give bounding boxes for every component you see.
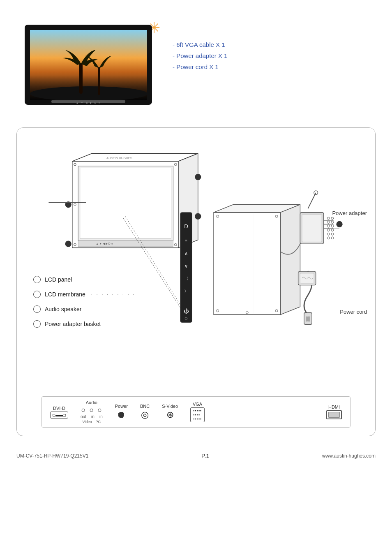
label-lcd-membrane: LCD membrane · · · · · · · · · [33,291,136,298]
svg-text:∨: ∨ [184,264,188,268]
power-symbol: ⏺ [117,409,126,420]
svg-point-40 [314,191,318,195]
svg-point-50 [327,225,330,227]
connector-vga: VGA ▪▪▪▪▪▪▪▪▪▪▪▪▪▪ [190,402,205,422]
pc-label: PC [96,420,101,424]
svg-text:≡: ≡ [185,238,187,243]
svg-rect-62 [309,317,310,321]
page-number: P.1 [201,453,209,459]
connector-power: Power ⏺ [115,404,128,420]
connector-bar-container: DVI-D ⊏▬▬⊐ Audio ○ out ○ - in [25,396,367,428]
top-section: ✳ [0,0,392,119]
svg-text:〈: 〈 [184,276,189,281]
monitor-outer: ▲ ▼ ◀ ▶ D ● [25,25,152,105]
svg-point-53 [331,229,334,231]
svg-point-48 [327,221,330,224]
svideo-symbol: ⊛ [166,409,174,420]
diagram-section: ▲ ▼ ◀ ▶ D ● AUSTIN HUGHES D ≡ ∧ ∨ [16,127,376,436]
svg-text:AUSTIN HUGHES: AUSTIN HUGHES [106,156,132,160]
svg-text:▲ ▼ ◀ ▶ D ●: ▲ ▼ ◀ ▶ D ● [96,242,113,245]
connector-svideo: S-Video ⊛ [162,404,178,420]
svg-rect-2 [98,67,100,95]
svg-marker-4 [72,153,198,161]
circle-power-basket [33,320,41,328]
svg-point-47 [331,217,334,220]
page-footer: UM-CV-751-RP-HW719-Q215V1 P.1 www.austin… [0,444,392,463]
svg-rect-12 [78,241,173,247]
svg-point-58 [336,221,342,227]
label-power-basket-text: Power adapter basket [45,321,101,327]
svg-point-16 [195,174,201,180]
svg-rect-7 [80,168,171,239]
svg-point-0 [30,86,147,100]
svg-point-19 [65,241,71,247]
hdmi-label: HDMI [328,405,340,409]
audio-video-sublabel: - in [89,414,95,419]
connector-hdmi: HDMI [326,405,342,419]
audio-pc-symbol: ○ [97,406,102,414]
video-label: Video [83,420,92,424]
accessory-vga: - 6ft VGA cable X 1 [173,41,227,48]
svg-point-51 [331,225,334,227]
accessory-adapter: - Power adapter X 1 [173,52,227,59]
svg-text:〉: 〉 [184,289,189,294]
label-lcd-panel-text: LCD panel [45,276,72,283]
power-cord-label: Power cord [340,309,367,315]
label-list: LCD panel LCD membrane · · · · · · · · ·… [33,276,136,328]
technical-diagram: ▲ ▼ ◀ ▶ D ● AUSTIN HUGHES D ≡ ∧ ∨ [25,136,367,391]
connector-bnc: BNC ◎ [140,404,150,420]
svg-rect-42 [302,214,322,242]
audio-video-group: ○ - in [89,406,95,419]
membrane-dots: · · · · · · · · · [91,291,136,297]
bnc-label: BNC [140,404,150,409]
audio-pc-sublabel: - in [97,414,103,419]
power-label: Power [115,404,128,409]
svg-point-49 [331,221,334,224]
power-adapter-label: Power adapter [332,210,367,216]
monitor-image: ✳ [25,25,156,111]
audio-video-symbol: ○ [89,406,94,414]
circle-lcd-membrane [33,291,41,298]
label-audio-speaker: Audio speaker [33,305,136,313]
svg-marker-32 [281,205,300,315]
label-power-basket: Power adapter basket [33,320,136,328]
monitor-screen [30,30,147,100]
website: www.austin-hughes.com [322,453,376,459]
vga-label: VGA [193,402,202,407]
svg-point-54 [327,233,330,235]
svg-rect-60 [304,313,312,325]
svg-point-52 [327,229,330,231]
model-number: UM-CV-751-RP-HW719-Q215V1 [16,453,88,459]
dvi-d-symbol: ⊏▬▬⊐ [50,412,68,419]
accessory-cord: - Power cord X 1 [173,63,227,70]
audio-label: Audio [86,400,97,405]
svg-text:⏻: ⏻ [184,308,189,314]
hdmi-symbol [326,410,342,419]
vga-symbol: ▪▪▪▪▪▪▪▪▪▪▪▪▪▪ [190,407,205,422]
svg-rect-1 [79,63,83,94]
connector-dvi-d: DVI-D ⊏▬▬⊐ [50,406,68,419]
svg-point-56 [327,237,330,239]
svideo-label: S-Video [162,404,178,409]
svg-point-57 [331,237,334,239]
svg-line-39 [308,193,316,208]
dvi-d-label: DVI-D [53,406,65,411]
audio-out-sublabel: out [81,414,86,419]
label-lcd-panel: LCD panel [33,276,136,283]
accessories-list: - 6ft VGA cable X 1 - Power adapter X 1 … [173,25,227,70]
connector-audio: Audio ○ out ○ - in ○ - in [81,400,103,424]
audio-out-group: ○ out [81,406,86,419]
label-audio-speaker-text: Audio speaker [45,306,82,312]
svg-text:D: D [184,223,188,229]
circle-lcd-panel [33,276,41,283]
svg-marker-30 [214,213,281,315]
svg-point-55 [331,233,334,235]
svg-point-17 [195,213,201,220]
svg-rect-61 [306,317,308,321]
svg-text:∧: ∧ [184,251,188,256]
audio-video-pc-labels: Video PC [81,420,103,424]
audio-pc-group: ○ - in [97,406,103,419]
label-lcd-membrane-text: LCD membrane [45,291,85,298]
svg-point-46 [327,217,330,220]
bnc-symbol: ◎ [141,409,149,420]
